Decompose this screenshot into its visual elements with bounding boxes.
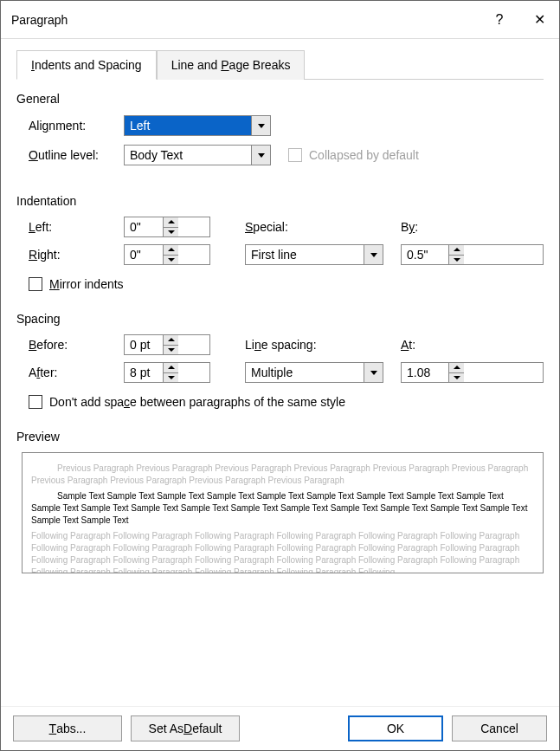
by-input[interactable] (402, 245, 448, 264)
alignment-value: Left (125, 116, 251, 135)
chevron-down-icon[interactable] (251, 116, 270, 135)
special-label: Special: (245, 220, 383, 234)
line-spacing-value: Multiple (246, 363, 364, 382)
by-spinner[interactable] (401, 244, 544, 265)
dialog-content: Indents and Spacing Line and Page Breaks… (1, 39, 559, 706)
spin-down-icon[interactable] (164, 373, 178, 383)
outline-value: Body Text (125, 146, 251, 165)
spin-down-icon[interactable] (449, 256, 464, 265)
spin-down-icon[interactable] (164, 346, 178, 355)
dont-add-space-label: Don't add space between paragraphs of th… (49, 395, 345, 409)
outline-combo[interactable]: Body Text (124, 145, 271, 165)
dialog-buttons: Tabs... Set As Default OK Cancel (1, 706, 559, 750)
at-spinner[interactable] (401, 362, 544, 383)
dialog-title: Paragraph (11, 13, 480, 27)
chevron-down-icon[interactable] (364, 245, 383, 264)
spin-up-icon[interactable] (164, 335, 178, 346)
tab-indents-spacing[interactable]: Indents and Spacing (16, 50, 157, 80)
spin-down-icon[interactable] (164, 228, 178, 237)
before-spinner[interactable] (124, 334, 210, 355)
spin-up-icon[interactable] (449, 363, 464, 373)
section-label: Spacing (16, 312, 66, 326)
indent-left-spinner[interactable] (124, 217, 210, 237)
mirror-indents-checkbox[interactable] (29, 277, 42, 291)
spin-up-icon[interactable] (164, 217, 178, 228)
spin-up-icon[interactable] (449, 245, 464, 256)
tab-strip: Indents and Spacing Line and Page Breaks (16, 49, 544, 80)
special-combo[interactable]: First line (245, 244, 383, 265)
at-input[interactable] (402, 363, 448, 382)
section-general: General Alignment: Left Outline level: B… (16, 92, 544, 173)
set-as-default-button[interactable]: Set As Default (131, 715, 240, 741)
preview-box: Previous Paragraph Previous Paragraph Pr… (22, 452, 544, 573)
section-preview: Preview Previous Paragraph Previous Para… (16, 430, 544, 573)
indent-left-label: Left: (29, 220, 124, 234)
spin-down-icon[interactable] (164, 256, 178, 265)
after-spinner[interactable] (124, 362, 210, 383)
line-spacing-combo[interactable]: Multiple (245, 362, 383, 383)
outline-label: Outline level: (29, 148, 124, 162)
spin-up-icon[interactable] (164, 245, 178, 256)
before-input[interactable] (125, 335, 163, 354)
tabs-button[interactable]: Tabs... (13, 715, 122, 741)
indent-right-input[interactable] (125, 245, 163, 264)
special-value: First line (246, 245, 364, 264)
dont-add-space-checkbox[interactable] (29, 395, 42, 409)
alignment-combo[interactable]: Left (124, 115, 271, 136)
at-label: At: (383, 338, 544, 352)
section-indentation: Indentation Left: Special: By: Right: (16, 194, 544, 291)
before-label: Before: (29, 338, 124, 352)
after-label: After: (29, 366, 124, 379)
paragraph-dialog: Paragraph ? ✕ Indents and Spacing Line a… (0, 0, 560, 751)
line-spacing-label: Line spacing: (245, 338, 383, 352)
preview-following: Following Paragraph Following Paragraph … (31, 530, 534, 573)
section-label: General (16, 92, 65, 106)
after-input[interactable] (125, 363, 163, 382)
mirror-indents-label: Mirror indents (49, 277, 124, 291)
collapsed-label: Collapsed by default (309, 148, 419, 162)
help-button[interactable]: ? (480, 1, 519, 39)
chevron-down-icon[interactable] (251, 146, 270, 165)
tab-label: Indents and Spacing (31, 58, 142, 72)
close-button[interactable]: ✕ (519, 1, 559, 39)
tab-line-page-breaks[interactable]: Line and Page Breaks (157, 50, 306, 80)
spin-down-icon[interactable] (449, 373, 464, 383)
ok-button[interactable]: OK (348, 715, 443, 741)
section-label: Preview (16, 430, 65, 443)
tab-label: Line and Page Breaks (171, 58, 291, 72)
cancel-button[interactable]: Cancel (452, 715, 547, 741)
section-label: Indentation (16, 194, 81, 208)
by-label: By: (383, 220, 544, 234)
section-spacing: Spacing Before: Line spacing: At: After: (16, 312, 544, 409)
alignment-label: Alignment: (29, 119, 124, 133)
spin-up-icon[interactable] (164, 363, 178, 373)
preview-previous: Previous Paragraph Previous Paragraph Pr… (31, 463, 534, 487)
titlebar: Paragraph ? ✕ (1, 1, 559, 39)
indent-left-input[interactable] (125, 217, 163, 236)
collapsed-checkbox (288, 148, 302, 162)
preview-sample: Sample Text Sample Text Sample Text Samp… (31, 490, 534, 527)
indent-right-label: Right: (29, 248, 124, 262)
indent-right-spinner[interactable] (124, 244, 210, 265)
chevron-down-icon[interactable] (364, 363, 383, 382)
